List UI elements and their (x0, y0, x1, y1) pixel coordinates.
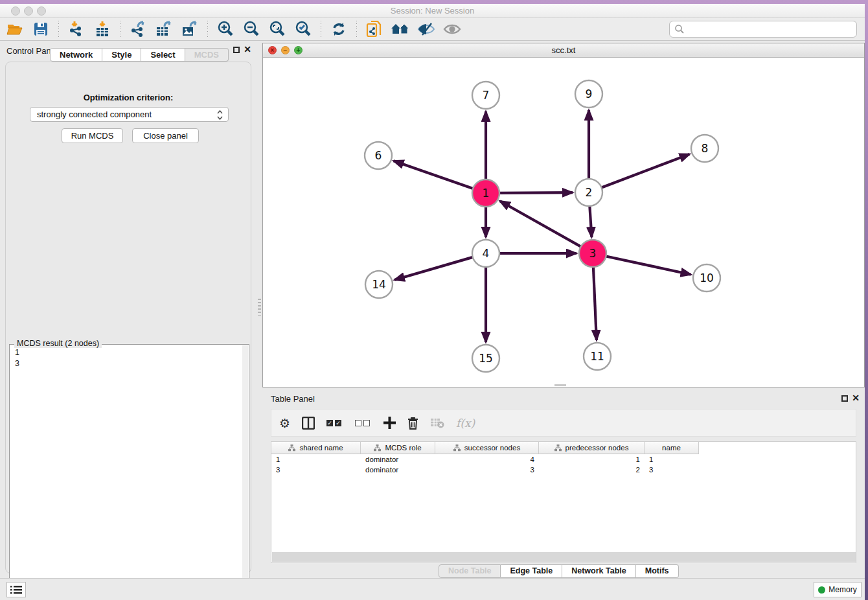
tab-edge-table[interactable]: Edge Table (501, 564, 562, 578)
memory-button[interactable]: Memory (814, 582, 862, 597)
tab-style[interactable]: Style (102, 48, 141, 62)
tab-node-table[interactable]: Node Table (439, 564, 501, 578)
cell-name[interactable]: 1 (645, 454, 699, 465)
edge-1-2[interactable] (499, 192, 573, 193)
column-header-MCDS-role[interactable]: MCDS role (361, 442, 435, 454)
close-panel-icon[interactable]: ✕ (244, 44, 251, 54)
window-title: Session: New Session (0, 6, 865, 16)
cell-MCDS-role[interactable]: dominator (361, 454, 435, 465)
toolbar-separator (356, 21, 357, 38)
select-all-checkboxes-icon[interactable]: ✓✓ (326, 420, 343, 426)
cell-predecessor-nodes[interactable]: 2 (539, 465, 645, 475)
cell-successor-nodes[interactable]: 4 (435, 454, 539, 465)
delete-column-trash-icon[interactable] (407, 417, 418, 430)
panel-splitter[interactable] (258, 299, 261, 316)
tab-network-table[interactable]: Network Table (562, 564, 636, 578)
tab-mcds[interactable]: MCDS (185, 48, 229, 62)
cell-successor-nodes[interactable]: 3 (435, 465, 539, 475)
cell-MCDS-role[interactable]: dominator (361, 465, 435, 475)
cell-shared-name[interactable]: 3 (271, 465, 361, 475)
edge-3-11[interactable] (593, 267, 597, 340)
tab-select[interactable]: Select (141, 48, 185, 62)
table-panel: Table Panel ✕ ⚙ ✓✓ f(x) (262, 389, 865, 578)
cell-shared-name[interactable]: 1 (271, 454, 361, 465)
node-label-10: 10 (700, 271, 714, 284)
open-folder-icon[interactable] (5, 20, 25, 38)
node-label-9: 9 (586, 87, 593, 100)
optimization-criterion-select[interactable]: strongly connected component (30, 107, 229, 122)
float-table-panel-icon[interactable] (841, 395, 848, 402)
gear-icon[interactable]: ⚙ (279, 416, 290, 430)
application-window: Session: New Session (0, 4, 865, 600)
cell-predecessor-nodes[interactable]: 1 (539, 454, 645, 465)
deselect-checkboxes-icon[interactable] (355, 420, 372, 426)
mcds-tab-content: Optimization criterion: strongly connect… (5, 62, 251, 573)
zoom-in-icon[interactable] (216, 20, 235, 38)
node-label-2: 2 (586, 186, 593, 199)
node-label-3: 3 (589, 247, 597, 260)
table-rows: 1dominator4113dominator323 (271, 454, 699, 475)
table-row[interactable]: 1dominator411 (271, 454, 699, 465)
column-header-predecessor-nodes[interactable]: predecessor nodes (539, 442, 645, 454)
task-history-button[interactable] (6, 582, 26, 597)
zoom-selected-icon[interactable] (293, 20, 313, 38)
zoom-out-icon[interactable] (242, 20, 261, 38)
network-graph-canvas[interactable]: 7968124314101511 (263, 58, 864, 387)
canvas-scrollbar-hint[interactable] (554, 384, 566, 386)
search-input[interactable] (669, 21, 857, 38)
table-tabs: Node TableEdge TableNetwork TableMotifs (439, 564, 679, 578)
add-column-icon[interactable] (383, 417, 396, 429)
table-scrollbar[interactable] (272, 552, 856, 562)
export-image-icon[interactable] (180, 20, 200, 38)
mcds-result-lines: 1 3 (15, 347, 19, 369)
save-session-icon[interactable] (31, 20, 51, 38)
float-panel-icon[interactable] (233, 47, 240, 53)
tab-motifs[interactable]: Motifs (636, 564, 679, 578)
edge-2-8[interactable] (602, 154, 690, 188)
edge-4-14[interactable] (394, 257, 473, 280)
main-toolbar (0, 18, 865, 41)
search-icon (674, 24, 685, 34)
column-header-name[interactable]: name (645, 442, 699, 454)
select-stepper-icon (217, 110, 223, 121)
clone-network-icon[interactable] (365, 20, 384, 38)
network-window-titlebar[interactable]: × − + scc.txt (263, 43, 864, 58)
tab-network[interactable]: Network (50, 48, 102, 62)
result-scrollbar[interactable] (242, 345, 248, 584)
edge-3-1[interactable] (500, 201, 581, 246)
node-label-15: 15 (479, 352, 493, 365)
mcds-result-textarea[interactable]: 1 3 (9, 344, 249, 584)
delete-table-icon[interactable] (430, 418, 444, 428)
optimization-criterion-value: strongly connected component (37, 110, 152, 119)
edge-2-3[interactable] (589, 206, 591, 237)
close-table-panel-icon[interactable]: ✕ (852, 393, 860, 403)
export-network-icon[interactable] (128, 20, 148, 38)
table-header-row: shared nameMCDS rolesuccessor nodesprede… (271, 442, 699, 454)
refresh-icon[interactable] (329, 20, 348, 38)
import-table-icon[interactable] (93, 20, 112, 38)
search-field (669, 21, 857, 38)
split-columns-icon[interactable] (302, 417, 315, 430)
column-header-shared-name[interactable]: shared name (271, 442, 361, 454)
export-table-icon[interactable] (154, 20, 174, 38)
edge-1-6[interactable] (394, 161, 474, 189)
function-builder-icon[interactable]: f(x) (456, 417, 475, 430)
run-mcds-button[interactable]: Run MCDS (62, 128, 123, 143)
table-row[interactable]: 3dominator323 (271, 465, 699, 475)
column-header-successor-nodes[interactable]: successor nodes (435, 442, 539, 454)
control-panel-tabs: NetworkStyleSelectMCDS (50, 48, 229, 62)
network-graph: 7968124314101511 (263, 58, 864, 387)
show-panel-eye-icon[interactable] (442, 20, 462, 38)
toolbar-separator (58, 21, 59, 38)
cell-name[interactable]: 3 (645, 465, 699, 475)
network-view-window: × − + scc.txt 7968124314101511 (262, 43, 865, 387)
edge-3-10[interactable] (606, 256, 691, 274)
status-bar: Memory (0, 578, 865, 600)
hide-panel-eye-icon[interactable] (417, 20, 436, 38)
close-panel-button[interactable]: Close panel (132, 128, 199, 143)
zoom-fit-icon[interactable] (268, 20, 287, 38)
home-layout-icon[interactable] (391, 20, 410, 38)
import-network-icon[interactable] (67, 20, 86, 38)
toolbar-separator (207, 21, 208, 38)
node-label-11: 11 (590, 350, 604, 363)
